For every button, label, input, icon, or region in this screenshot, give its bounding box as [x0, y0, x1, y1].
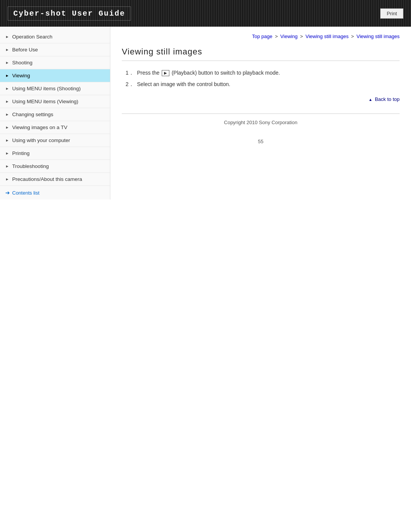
- steps-list: 1． Press the ▶ (Playback) button to swit…: [126, 69, 400, 89]
- back-to-top-label: Back to top: [375, 96, 400, 102]
- sidebar-item-label: Precautions/About this camera: [12, 176, 82, 182]
- sidebar-item-label: Shooting: [12, 60, 32, 66]
- sidebar-item-before-use[interactable]: ► Before Use: [0, 43, 110, 56]
- sidebar-item-printing[interactable]: ► Printing: [0, 147, 110, 160]
- sidebar-item-using-menu-shooting[interactable]: ► Using MENU items (Shooting): [0, 82, 110, 95]
- sidebar: ► Operation Search ► Before Use ► Shooti…: [0, 27, 110, 200]
- arrow-icon: ►: [5, 48, 9, 52]
- step-2: 2． Select an image with the control butt…: [126, 80, 400, 88]
- sidebar-item-operation-search[interactable]: ► Operation Search: [0, 30, 110, 43]
- footer: Copyright 2010 Sony Corporation: [122, 113, 400, 131]
- main-container: ► Operation Search ► Before Use ► Shooti…: [0, 27, 411, 200]
- sidebar-item-viewing-images-tv[interactable]: ► Viewing images on a TV: [0, 121, 110, 134]
- triangle-up-icon: ▲: [368, 97, 372, 102]
- sidebar-item-changing-settings[interactable]: ► Changing settings: [0, 108, 110, 121]
- app-title: Cyber-shot User Guide: [8, 6, 131, 21]
- sidebar-item-using-menu-viewing[interactable]: ► Using MENU items (Viewing): [0, 95, 110, 108]
- arrow-icon: ►: [5, 86, 9, 91]
- sidebar-item-precautions[interactable]: ► Precautions/About this camera: [0, 173, 110, 186]
- breadcrumb-current: Viewing still images: [357, 34, 400, 39]
- arrow-icon: ►: [5, 112, 9, 117]
- arrow-icon: ►: [5, 164, 9, 168]
- sidebar-item-label: Using MENU items (Shooting): [12, 86, 81, 91]
- arrow-icon: ►: [5, 177, 9, 181]
- arrow-icon: ►: [5, 125, 9, 129]
- step-text-1: Press the ▶ (Playback) button to switch …: [137, 69, 280, 77]
- arrow-icon: ►: [5, 61, 9, 65]
- sidebar-item-label: Printing: [12, 150, 30, 156]
- sidebar-item-label: Changing settings: [12, 112, 53, 117]
- step-number-1: 1．: [126, 69, 137, 77]
- arrow-icon: ►: [5, 35, 9, 39]
- arrow-icon: ►: [5, 99, 9, 104]
- header: Cyber-shot User Guide Print: [0, 0, 411, 27]
- sidebar-item-label: Using MENU items (Viewing): [12, 99, 78, 104]
- contents-list-label: Contents list: [12, 190, 40, 196]
- breadcrumb: Top page > Viewing > Viewing still image…: [122, 34, 400, 39]
- arrow-icon: ►: [5, 73, 9, 78]
- contents-list-link[interactable]: ➔ Contents list: [0, 186, 110, 200]
- sidebar-item-troubleshooting[interactable]: ► Troubleshooting: [0, 160, 110, 173]
- sidebar-item-label: Troubleshooting: [12, 163, 49, 169]
- breadcrumb-separator-3: >: [351, 34, 355, 39]
- content-area: Top page > Viewing > Viewing still image…: [110, 27, 411, 200]
- playback-icon: ▶: [162, 70, 169, 76]
- arrow-icon: ►: [5, 151, 9, 155]
- arrow-icon: ►: [5, 138, 9, 142]
- sidebar-item-shooting[interactable]: ► Shooting: [0, 56, 110, 69]
- print-button[interactable]: Print: [380, 8, 403, 19]
- sidebar-item-label: Operation Search: [12, 34, 53, 40]
- breadcrumb-viewing-still[interactable]: Viewing still images: [306, 34, 349, 39]
- arrow-right-icon: ➔: [5, 190, 10, 196]
- sidebar-item-viewing[interactable]: ► Viewing: [0, 69, 110, 82]
- sidebar-item-label: Using with your computer: [12, 137, 70, 143]
- back-to-top-link[interactable]: ▲ Back to top: [368, 96, 400, 102]
- breadcrumb-top[interactable]: Top page: [252, 34, 272, 39]
- breadcrumb-viewing[interactable]: Viewing: [280, 34, 298, 39]
- page-number: 55: [122, 131, 400, 152]
- step-text-2: Select an image with the control button.: [137, 80, 230, 88]
- back-to-top: ▲ Back to top: [122, 96, 400, 102]
- step-number-2: 2．: [126, 80, 137, 88]
- sidebar-item-label: Viewing: [12, 73, 30, 78]
- breadcrumb-separator-2: >: [300, 34, 304, 39]
- breadcrumb-separator-1: >: [275, 34, 279, 39]
- copyright-text: Copyright 2010 Sony Corporation: [224, 120, 298, 125]
- step-1: 1． Press the ▶ (Playback) button to swit…: [126, 69, 400, 77]
- sidebar-item-using-with-computer[interactable]: ► Using with your computer: [0, 134, 110, 147]
- sidebar-item-label: Before Use: [12, 47, 38, 53]
- page-title: Viewing still images: [122, 47, 400, 61]
- sidebar-item-label: Viewing images on a TV: [12, 125, 67, 130]
